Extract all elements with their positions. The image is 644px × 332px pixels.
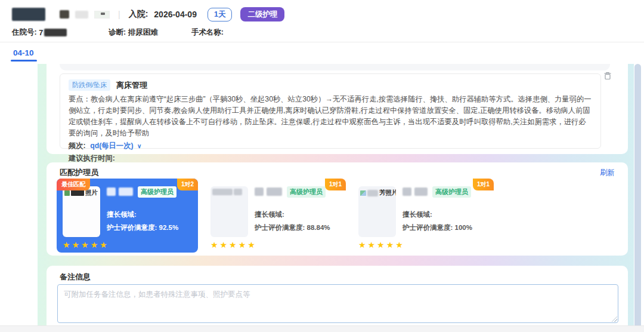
redacted-name-block	[402, 187, 411, 196]
task-title: 离床管理	[116, 80, 147, 91]
satisfaction-row: 护士评价满意度: 88.84%	[255, 223, 342, 232]
redacted-photo-name	[212, 189, 233, 195]
redacted-name-block	[255, 187, 264, 196]
days-badge[interactable]: 1天	[208, 8, 232, 21]
redacted-name-block	[414, 187, 428, 196]
caregiver-card[interactable]: 1对1 芳照片 ★★★★★ 高级护理员	[352, 179, 494, 253]
patient-header-row2: 住院号: 7 诊断: 排尿困难 手术名称:	[12, 27, 224, 38]
frequency-label: 频次:	[69, 142, 86, 150]
caregiver-photo: 照片	[63, 186, 100, 237]
caregiver-photo	[210, 186, 248, 237]
image-placeholder-icon	[360, 190, 366, 196]
task-points-text: 要点：教会病人在离床前遵守“起床三步曲”（平躺30秒、坐起30秒、站立30秒）→…	[69, 94, 592, 139]
redacted-patient-info	[94, 11, 110, 19]
satisfaction-value: 92.5%	[159, 224, 179, 231]
tab-active-underline	[11, 60, 37, 62]
expertise-label: 擅长领域:	[402, 210, 490, 219]
redacted-name-block	[107, 187, 116, 196]
caregiver-info: 高级护理员 擅长领域: 护士评价满意度: 92.5%	[107, 186, 194, 232]
redacted-patient-name	[12, 8, 45, 21]
redacted-photo-mark	[64, 190, 70, 196]
caregiver-level-tag: 高级护理员	[138, 186, 177, 198]
caregiver-card[interactable]: 1对1 ★★★★★ 高级护理员 擅长领	[205, 179, 346, 253]
ratio-badge: 1对2	[177, 179, 198, 190]
vertical-scrollbar[interactable]	[634, 64, 641, 332]
redacted-patient-age	[75, 11, 88, 19]
caregiver-photo: 芳照片	[358, 186, 396, 237]
caregiver-card-selected[interactable]: 最佳匹配 1对2 照片 ★★★★★ 高级	[57, 179, 198, 253]
caregiver-level-tag: 高级护理员	[287, 186, 326, 198]
match-section-title: 匹配护理员	[60, 167, 98, 178]
redacted-photo-name	[234, 189, 242, 195]
photo-caption-text: 芳照片	[379, 189, 396, 197]
surgery-label: 手术名称:	[191, 27, 224, 38]
date-tabbar: 04-10	[0, 43, 644, 64]
ratio-badge: 1对1	[473, 179, 494, 190]
satisfaction-row: 护士评价满意度: 92.5%	[107, 223, 194, 232]
redacted-name-block	[119, 187, 133, 196]
photo-caption: 芳照片	[360, 189, 394, 197]
frequency-value[interactable]: qd(每日一次)	[90, 142, 133, 150]
redacted-photo-name	[71, 190, 84, 196]
footer-band	[0, 325, 644, 332]
expertise-label: 擅长领域:	[107, 210, 194, 219]
photo-caption	[212, 189, 246, 195]
diagnosis-label: 诊断:	[109, 27, 126, 38]
satisfaction-value: 100%	[455, 224, 472, 231]
diagnosis-value: 排尿困难	[128, 27, 158, 38]
redacted-photo-name	[367, 190, 378, 196]
star-rating: ★★★★★	[358, 240, 405, 250]
caregiver-info: 高级护理员 擅长领域: 护士评价满意度: 100%	[402, 186, 490, 232]
star-rating: ★★★★★	[210, 240, 257, 250]
redacted-hospital-no	[44, 29, 67, 36]
chevron-down-icon[interactable]: ∨	[137, 143, 141, 149]
star-rating: ★★★★★	[63, 240, 109, 250]
task-card-header: 防跌倒/坠床 离床管理	[69, 79, 592, 91]
satisfaction-label: 护士评价满意度:	[255, 224, 305, 231]
expertise-label: 擅长领域:	[255, 210, 342, 219]
caregiver-level-tag: 高级护理员	[432, 186, 471, 198]
admission-label: 入院:	[129, 9, 148, 20]
admission-date: 2026-04-09	[154, 10, 197, 19]
satisfaction-row: 护士评价满意度: 100%	[402, 223, 490, 232]
caregiver-cards: 最佳匹配 1对2 照片 ★★★★★ 高级	[57, 179, 494, 253]
redacted-name-block	[267, 187, 282, 196]
care-level-badge[interactable]: 二级护理	[240, 7, 284, 21]
satisfaction-label: 护士评价满意度:	[107, 224, 157, 231]
ratio-badge: 1对1	[325, 179, 346, 190]
best-match-ribbon: 最佳匹配	[57, 179, 90, 190]
patient-header-row1: | 入院: 2026-04-09 1天 二级护理	[12, 7, 284, 21]
caregiver-match-section: 匹配护理员 刷新 最佳匹配 1对2 照片 ★★★★★	[47, 162, 628, 256]
header-divider: |	[118, 10, 120, 19]
tab-04-10[interactable]: 04-10	[13, 48, 34, 57]
redacted-patient-gender	[60, 10, 69, 19]
remarks-section: 备注信息	[47, 266, 628, 325]
task-category-tag: 防跌倒/坠床	[69, 79, 110, 91]
patient-header: | 入院: 2026-04-09 1天 二级护理 住院号: 7 诊断: 排尿困难…	[0, 0, 644, 42]
task-section: 防跌倒/坠床 离床管理 要点：教会病人在离床前遵守“起床三步曲”（平躺30秒、坐…	[47, 64, 628, 154]
previous-task-card-partial	[60, 64, 610, 70]
nursing-task-page: | 入院: 2026-04-09 1天 二级护理 住院号: 7 诊断: 排尿困难…	[0, 0, 644, 332]
hospital-no-prefix: 7	[39, 29, 43, 37]
hospital-no-label: 住院号:	[12, 27, 37, 38]
task-card: 防跌倒/坠床 离床管理 要点：教会病人在离床前遵守“起床三步曲”（平躺30秒、坐…	[60, 73, 601, 149]
remarks-textarea[interactable]	[57, 284, 618, 323]
task-frequency-row: 频次: qd(每日一次) ∨	[69, 141, 592, 151]
caregiver-info: 高级护理员 擅长领域: 护士评价满意度: 88.84%	[255, 186, 342, 232]
delete-task-icon[interactable]	[603, 71, 612, 81]
refresh-button[interactable]: 刷新	[600, 168, 615, 178]
match-section-header: 匹配护理员 刷新	[60, 167, 615, 178]
remarks-input-wrapper	[57, 284, 618, 323]
satisfaction-label: 护士评价满意度:	[402, 224, 453, 231]
remarks-title: 备注信息	[60, 272, 91, 282]
content-area: 防跌倒/坠床 离床管理 要点：教会病人在离床前遵守“起床三步曲”（平躺30秒、坐…	[38, 64, 634, 325]
textarea-resize-handle[interactable]	[612, 316, 617, 322]
satisfaction-value: 88.84%	[307, 224, 330, 231]
